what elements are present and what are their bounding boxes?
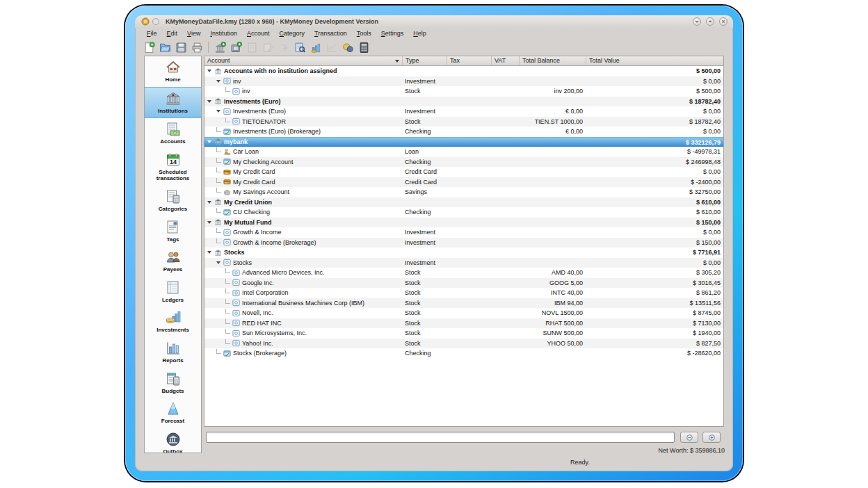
account-row[interactable]: Accounts with no institution assigned$ 5… [204, 66, 723, 76]
find-transaction-button[interactable] [293, 40, 307, 54]
account-row[interactable]: Google Inc.StockGOOG 5,00$ 3016,45 [204, 278, 723, 288]
account-name: Yahoo! Inc. [242, 339, 273, 349]
sidebar-item-accounts[interactable]: Accounts [145, 118, 201, 149]
menu-institution[interactable]: Institution [205, 29, 242, 39]
total-balance: TIEN.ST 1000,00 [519, 117, 586, 127]
column-header-total-balance[interactable]: Total Balance [519, 56, 586, 65]
account-row[interactable]: Growth & Income (Brokerage)Investment$ 1… [204, 238, 723, 248]
account-row[interactable]: Sun Microsystems, Inc.StockSUNW 500,00$ … [204, 328, 723, 339]
account-row[interactable]: My Credit Union$ 610,00 [204, 197, 723, 208]
tree-branch-line [216, 228, 221, 233]
expander-icon[interactable] [207, 140, 211, 143]
tree-branch-line [225, 309, 230, 314]
expander-icon[interactable] [207, 221, 211, 224]
account-row[interactable]: My Checking AccountChecking$ 246998,48 [204, 157, 723, 168]
total-balance: NOVL 1500,00 [519, 308, 586, 318]
expander-icon[interactable] [207, 70, 211, 72]
minimize-button[interactable] [693, 17, 701, 26]
account-row[interactable]: StocksInvestment$ 0,00 [204, 258, 723, 268]
account-name: inv [233, 76, 241, 87]
account-row[interactable]: Yahoo! Inc.StockYHOO 50,00$ 827,50 [204, 339, 723, 349]
account-row[interactable]: My Credit CardCredit Card$ -2400,00 [204, 177, 723, 188]
account-row[interactable]: Intel CorporationStockINTC 40,00$ 861,20 [204, 288, 723, 298]
new-file-button[interactable] [142, 40, 156, 54]
close-button[interactable] [719, 17, 728, 26]
expander-icon[interactable] [216, 110, 220, 113]
menu-view[interactable]: View [182, 29, 205, 39]
column-header-total-value[interactable]: Total Value [586, 56, 723, 65]
account-row[interactable]: Growth & IncomeInvestment$ 0,00 [204, 227, 723, 238]
menu-transaction[interactable]: Transaction [310, 29, 352, 39]
sidebar-item-outbox[interactable]: Outbox [145, 428, 201, 453]
account-row[interactable]: Stocks$ 7716,91 [204, 247, 723, 258]
account-tax [447, 167, 491, 177]
menu-tools[interactable]: Tools [352, 29, 376, 39]
print-button[interactable] [190, 40, 204, 54]
expand-all-button[interactable] [702, 432, 721, 443]
account-row[interactable]: CU CheckingChecking$ 610,00 [204, 207, 723, 218]
account-row[interactable]: invStockinv 200,00$ 500,00 [204, 86, 723, 97]
expander-icon[interactable] [216, 261, 220, 264]
account-row[interactable]: Novell, Inc.StockNOVL 1500,00$ 8745,00 [204, 308, 723, 318]
total-balance [519, 187, 586, 197]
titlebar[interactable]: KMyMoneyDataFile.kmy (1280 x 960) - KMyM… [135, 15, 733, 28]
sidebar-item-home[interactable]: Home [145, 56, 201, 87]
new-institution-button[interactable] [213, 40, 227, 54]
account-row[interactable]: mybank$ 332126,79 [204, 137, 723, 147]
account-row[interactable]: invInvestment$ 0,00 [204, 76, 723, 87]
menu-category[interactable]: Category [275, 29, 310, 39]
column-header-vat[interactable]: VAT [491, 56, 519, 65]
account-row[interactable]: TIETOENATORStockTIEN.ST 1000,00$ 18782,4… [204, 117, 723, 127]
sidebar-item-forecast[interactable]: Forecast [145, 398, 201, 428]
account-row[interactable]: Investments (Euro) (Brokerage)Checking€ … [204, 127, 723, 137]
account-row[interactable]: International Business Machines Corp (IB… [204, 298, 723, 309]
menu-help[interactable]: Help [408, 29, 431, 39]
sidebar-item-categories[interactable]: Categories [145, 186, 201, 216]
menu-edit[interactable]: Edit [162, 29, 183, 39]
calculator-button[interactable] [357, 40, 371, 54]
expander-icon[interactable] [216, 80, 220, 83]
account-row[interactable]: My Savings AccountSavings$ 32750,00 [204, 187, 723, 197]
menu-file[interactable]: File [142, 29, 162, 39]
sidebar-item-institutions[interactable]: Institutions [145, 87, 201, 119]
account-row[interactable]: Stocks (Brokerage)Checking$ -28620,00 [204, 348, 723, 359]
total-balance [519, 66, 586, 76]
sidebar-item-payees[interactable]: Payees [145, 246, 201, 277]
account-row[interactable]: My Credit CardCredit Card$ 0,00 [204, 167, 723, 177]
account-vat [491, 258, 519, 268]
account-row[interactable]: Advanced Micro Devices, Inc.StockAMD 40,… [204, 268, 723, 278]
account-row[interactable]: Investments (Euro)Investment€ 0,00$ 0,00 [204, 106, 723, 117]
maximize-button[interactable] [706, 17, 714, 26]
new-account-button[interactable] [229, 40, 243, 54]
column-header-tax[interactable]: Tax [447, 56, 491, 65]
account-row[interactable]: Car LoanLoan$ -49978,31 [204, 147, 723, 157]
account-row[interactable]: RED HAT INCStockRHAT 500,00$ 7130,00 [204, 318, 723, 329]
sidebar-item-investments[interactable]: Investments [145, 307, 201, 337]
account-name: Investments (Euro) [224, 97, 281, 107]
new-investment-button[interactable] [309, 40, 323, 54]
expander-icon[interactable] [207, 251, 211, 254]
institution-icon [214, 97, 222, 105]
savings-icon [223, 188, 231, 196]
sidebar-item-scheduled-transactions[interactable]: 14Scheduled transactions [145, 149, 201, 186]
collapse-all-button[interactable] [680, 432, 698, 443]
menu-settings[interactable]: Settings [376, 29, 409, 39]
account-row[interactable]: Investments (Euro)$ 18782,40 [204, 97, 723, 107]
sidebar-item-reports[interactable]: Reports [145, 337, 201, 368]
account-type: Stock [402, 86, 447, 97]
open-file-button[interactable] [158, 40, 172, 54]
expander-icon[interactable] [207, 100, 211, 103]
total-balance [519, 167, 586, 177]
menu-account[interactable]: Account [242, 29, 275, 39]
column-header-account[interactable]: Account [204, 56, 402, 65]
expander-icon[interactable] [207, 201, 211, 204]
column-header-type[interactable]: Type [402, 56, 447, 65]
account-row[interactable]: My Mutual Fund$ 150,00 [204, 218, 723, 228]
goto-ledger-icon [278, 42, 290, 54]
sidebar-item-budgets[interactable]: Budgets [145, 368, 201, 398]
sidebar-item-tags[interactable]: Tags [145, 216, 201, 247]
currencies-button[interactable] [341, 40, 355, 54]
account-filter-input[interactable] [206, 432, 675, 443]
sidebar-item-ledgers[interactable]: Ledgers [145, 277, 201, 307]
save-file-button[interactable] [174, 40, 188, 54]
